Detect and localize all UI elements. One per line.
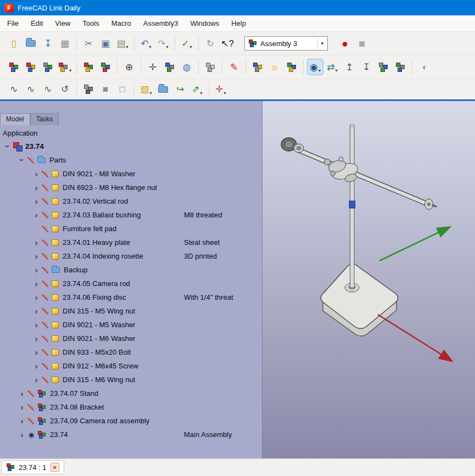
chevron-collapsed-icon[interactable]: › bbox=[32, 183, 41, 192]
tree-item[interactable]: ›23.74.08 Bracket bbox=[0, 400, 262, 414]
tree-collapse-icon[interactable] bbox=[393, 59, 408, 75]
open-file-icon[interactable] bbox=[23, 36, 38, 51]
element-up-icon[interactable]: ↥ bbox=[342, 59, 357, 75]
tree-item[interactable]: ›Backup bbox=[0, 263, 262, 277]
copy-icon[interactable]: ▣ bbox=[98, 36, 113, 51]
menu-tools[interactable]: Tools bbox=[76, 16, 105, 31]
refresh-icon[interactable]: ↻ bbox=[203, 36, 218, 51]
menu-windows[interactable]: Windows bbox=[184, 16, 225, 31]
hidden-indicator-icon[interactable] bbox=[41, 266, 51, 275]
chevron-collapsed-icon[interactable]: › bbox=[32, 334, 41, 343]
hidden-indicator-icon[interactable] bbox=[41, 238, 51, 247]
smart-recompute-icon[interactable] bbox=[284, 59, 299, 75]
3d-viewport[interactable] bbox=[262, 101, 475, 458]
tree-sync-icon[interactable] bbox=[376, 59, 391, 75]
axial-move-icon[interactable] bbox=[162, 59, 177, 75]
map-view-icon[interactable] bbox=[81, 82, 96, 97]
dropdown-arrow[interactable]: ▾ bbox=[166, 44, 169, 51]
chevron-collapsed-icon[interactable]: › bbox=[32, 197, 41, 205]
sketch-mirror-icon[interactable]: ∿ bbox=[40, 82, 55, 97]
dropdown-arrow[interactable]: ▾ bbox=[190, 44, 192, 51]
tree-item[interactable]: ›23.74.03 Ballast bushingM8 threated bbox=[0, 208, 262, 222]
show-element-eye-icon[interactable]: ◉▾ bbox=[308, 59, 323, 75]
constraint-icon[interactable]: ⊕ bbox=[121, 59, 137, 75]
dropdown-arrow[interactable]: ▾ bbox=[336, 68, 338, 75]
hidden-indicator-icon[interactable] bbox=[41, 293, 51, 302]
hidden-indicator-icon[interactable] bbox=[26, 389, 36, 398]
chevron-collapsed-icon[interactable]: › bbox=[32, 348, 41, 356]
chevron-collapsed-icon[interactable]: › bbox=[32, 321, 41, 329]
hidden-indicator-icon[interactable] bbox=[26, 417, 36, 425]
tree-item[interactable]: ›DIN 315 - M6 Wing nut bbox=[0, 373, 262, 387]
chevron-collapsed-icon[interactable]: › bbox=[32, 307, 41, 315]
tree-item[interactable]: ›23.74.07 Stand bbox=[0, 387, 262, 400]
hidden-indicator-icon[interactable] bbox=[41, 252, 51, 261]
add-part-icon[interactable] bbox=[23, 59, 38, 75]
new-assembly-icon[interactable] bbox=[6, 59, 21, 75]
dropdown-arrow[interactable]: ▾ bbox=[224, 91, 226, 97]
add-group-icon[interactable] bbox=[40, 59, 55, 75]
auto-recompute-icon[interactable] bbox=[203, 59, 218, 75]
validate-icon[interactable]: ✓▾ bbox=[179, 36, 194, 51]
cut-icon[interactable]: ✂ bbox=[81, 36, 96, 51]
tree-item[interactable]: ›DIN 9021 - M6 Washer bbox=[0, 332, 262, 345]
save-icon[interactable]: ↧ bbox=[40, 36, 55, 51]
import-link-icon[interactable] bbox=[98, 59, 113, 75]
menu-assembly3[interactable]: Assembly3 bbox=[137, 16, 185, 31]
close-icon[interactable]: ✕ bbox=[51, 463, 59, 472]
chevron-collapsed-icon[interactable]: › bbox=[32, 279, 41, 288]
chevron-collapsed-icon[interactable]: › bbox=[18, 417, 26, 425]
tree-item[interactable]: ›DIN 933 - M5x20 Bolt bbox=[0, 345, 262, 359]
macro-record-icon[interactable]: ● bbox=[337, 36, 353, 51]
print-icon[interactable]: ▦ bbox=[57, 36, 72, 51]
sketch-import-icon[interactable]: ∿ bbox=[6, 82, 21, 97]
tree-item[interactable]: ›DIN 6923 - M8 Hex flange nut bbox=[0, 181, 262, 194]
hidden-indicator-icon[interactable] bbox=[41, 279, 51, 288]
move-arrows-icon[interactable]: ⇄▾ bbox=[325, 59, 340, 75]
tree-item[interactable]: ›23.74.04 Indexing rosette3D printed bbox=[0, 249, 262, 263]
chevron-collapsed-icon[interactable]: › bbox=[32, 376, 41, 384]
axis-cross-icon[interactable]: ✛▾ bbox=[213, 82, 228, 97]
workbench-selector[interactable]: Assembly 3 ▾ bbox=[244, 36, 328, 51]
make-link-icon[interactable] bbox=[81, 59, 96, 75]
new-file-icon[interactable]: ▯ bbox=[6, 36, 21, 51]
export-icon[interactable]: ↪ bbox=[172, 82, 188, 97]
tree-item[interactable]: ›23.74 bbox=[0, 139, 262, 153]
tree-item[interactable]: ›23.74.06 Fixing discWith 1/4'' threat bbox=[0, 290, 262, 304]
chevron-collapsed-icon[interactable]: › bbox=[18, 389, 26, 397]
menu-edit[interactable]: Edit bbox=[25, 16, 49, 31]
dropdown-arrow[interactable]: ▾ bbox=[126, 44, 128, 51]
tree-item[interactable]: ›23.74.02 Vertical rod bbox=[0, 194, 262, 208]
redo-icon[interactable]: ↷▾ bbox=[155, 36, 171, 51]
share-icon[interactable]: ⇗▾ bbox=[189, 82, 205, 97]
solid-cube-icon[interactable]: ■ bbox=[98, 82, 113, 97]
tree-item[interactable]: ›◉23.74Main Assembly bbox=[0, 428, 262, 441]
tree-item[interactable]: ›23.74.01 Heavy plateSteal sheet bbox=[0, 236, 262, 249]
chevron-collapsed-icon[interactable]: › bbox=[18, 403, 26, 411]
hidden-indicator-icon[interactable] bbox=[41, 362, 51, 371]
hidden-indicator-icon[interactable] bbox=[41, 334, 51, 343]
hidden-indicator-icon[interactable] bbox=[41, 321, 51, 329]
macro-stop-icon[interactable]: ■ bbox=[354, 36, 370, 51]
hidden-indicator-icon[interactable] bbox=[41, 376, 51, 384]
chevron-collapsed-icon[interactable]: › bbox=[18, 430, 26, 439]
misc-tool-icon[interactable]: ◖ bbox=[416, 59, 432, 75]
tree-item[interactable]: ›DIN 9021 - M8 Washer bbox=[0, 167, 262, 181]
element-down-icon[interactable]: ↧ bbox=[359, 59, 374, 75]
menu-view[interactable]: View bbox=[49, 16, 76, 31]
dropdown-arrow[interactable]: ▾ bbox=[150, 91, 152, 97]
tree-item[interactable]: ›Furniture felt pad bbox=[0, 222, 262, 236]
chevron-collapsed-icon[interactable]: › bbox=[32, 252, 41, 260]
hidden-indicator-icon[interactable] bbox=[26, 403, 36, 412]
chevron-collapsed-icon[interactable]: › bbox=[32, 293, 41, 301]
move-part-icon[interactable]: ✛ bbox=[145, 59, 160, 75]
tree-item[interactable]: ›DIN 315 - M5 Wing nut bbox=[0, 304, 262, 318]
chevron-expanded-icon[interactable]: › bbox=[18, 156, 26, 165]
measure-icon[interactable]: ✎ bbox=[226, 59, 242, 75]
paste-icon[interactable]: ▤▾ bbox=[115, 36, 130, 51]
hidden-indicator-icon[interactable] bbox=[41, 307, 51, 316]
chevron-down-icon[interactable]: ▾ bbox=[317, 38, 326, 49]
folder-icon[interactable] bbox=[155, 82, 171, 97]
wire-cube-icon[interactable]: □ bbox=[115, 82, 130, 97]
hidden-indicator-icon[interactable] bbox=[41, 348, 51, 357]
